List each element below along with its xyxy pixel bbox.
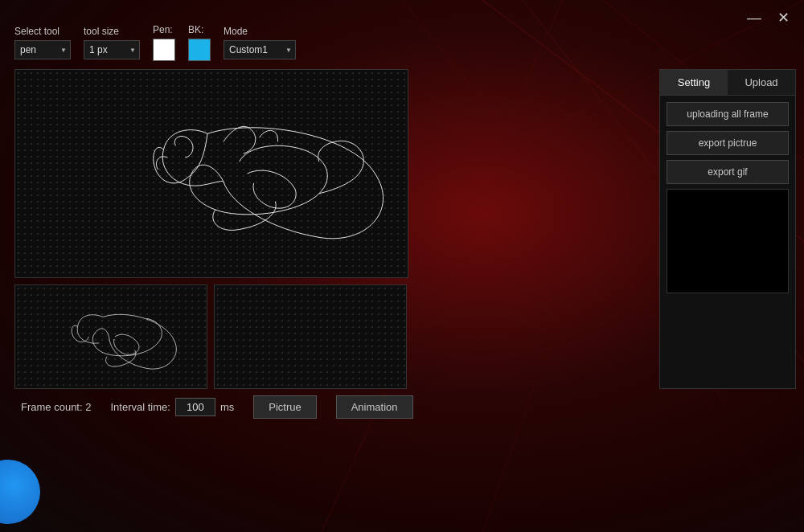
tool-size-label: tool size: [84, 26, 140, 37]
main-content: Select tool pen eraser line tool size 1 …: [0, 0, 804, 532]
frame2-dot-grid: [215, 285, 406, 388]
pen-label: Pen:: [153, 24, 175, 35]
bottom-controls: Frame count: 2 Interval time: ms Pictrue…: [14, 389, 796, 425]
bk-label: BK:: [188, 24, 211, 35]
interval-group: Interval time: ms: [110, 398, 234, 416]
tool-size-dropdown[interactable]: 1 px 2 px 3 px: [84, 40, 140, 59]
panel-preview-area: [667, 189, 789, 293]
interval-unit: ms: [220, 401, 234, 413]
right-panel-content: uploading all frame export pictrue expor…: [659, 95, 796, 389]
mode-label: Mode: [224, 26, 296, 37]
animation-button[interactable]: Animation: [336, 395, 413, 419]
left-panel: [14, 69, 611, 389]
close-button[interactable]: ✕: [772, 6, 794, 29]
bk-color-group: BK:: [188, 24, 211, 61]
tab-setting[interactable]: Setting: [660, 70, 728, 95]
interval-input[interactable]: [175, 398, 215, 416]
main-canvas-drawing: [15, 70, 408, 277]
bk-color-swatch[interactable]: [188, 39, 211, 61]
export-picture-button[interactable]: export pictrue: [667, 131, 789, 155]
tool-size-wrapper: 1 px 2 px 3 px: [84, 40, 140, 59]
right-panel: Setting Upload uploading all frame expor…: [659, 69, 796, 389]
pen-color-swatch[interactable]: [153, 39, 175, 61]
select-tool-dropdown[interactable]: pen eraser line: [14, 40, 71, 59]
upload-all-frame-button[interactable]: uploading all frame: [667, 102, 789, 126]
main-canvas[interactable]: [14, 69, 408, 278]
tab-upload[interactable]: Upload: [728, 70, 795, 95]
interval-label: Interval time:: [110, 401, 170, 413]
tool-size-group: tool size 1 px 2 px 3 px: [84, 26, 140, 59]
frame-1-canvas[interactable]: [14, 284, 207, 389]
right-panel-tabs: Setting Upload: [659, 69, 796, 95]
frame-count-display: Frame count: 2: [21, 401, 91, 413]
titlebar: — ✕: [733, 0, 804, 35]
export-gif-button[interactable]: export gif: [667, 160, 789, 184]
frame-2-canvas[interactable]: [214, 284, 407, 389]
select-tool-group: Select tool pen eraser line: [14, 26, 71, 59]
frames-row: [14, 284, 611, 389]
pen-color-group: Pen:: [153, 24, 175, 61]
frame1-drawing: [15, 285, 207, 388]
minimize-button[interactable]: —: [743, 6, 765, 29]
mode-group: Mode Custom1 Custom2 Custom3: [224, 26, 296, 59]
picture-button[interactable]: Pictrue: [253, 395, 316, 419]
mode-dropdown[interactable]: Custom1 Custom2 Custom3: [224, 40, 296, 59]
mode-wrapper: Custom1 Custom2 Custom3: [224, 40, 296, 59]
select-tool-wrapper: pen eraser line: [14, 40, 71, 59]
frame-count-label: Frame count:: [21, 401, 83, 413]
toolbar: Select tool pen eraser line tool size 1 …: [8, 16, 796, 69]
frame-count-value: 2: [85, 401, 91, 413]
select-tool-label: Select tool: [14, 26, 71, 37]
